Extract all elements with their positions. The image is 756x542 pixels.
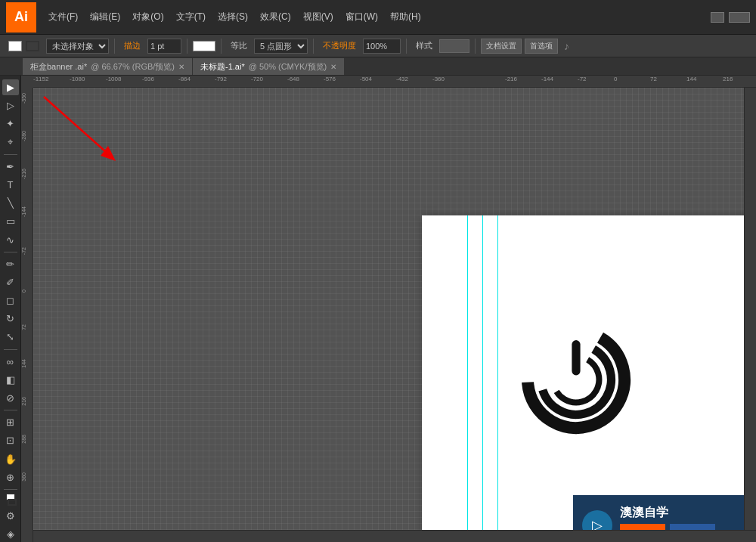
divider3: [221, 39, 222, 54]
fill-stroke-indicator: [5, 39, 43, 53]
menu-text[interactable]: 文字(T): [170, 8, 212, 26]
tool-sep3: [4, 349, 17, 350]
tool-zoom[interactable]: ⊕: [2, 469, 19, 485]
main-area: ▶ ▷ ✦ ⌖ ✒ T ╲ ▭ ∿ ✏ ✐ ◻ ↻ ⤡ ∞ ◧ ⊘ ⊞ ⊡ ✋ …: [0, 76, 756, 542]
svg-rect-5: [572, 340, 580, 375]
ruler-h-mark: -72: [578, 76, 587, 82]
tool-eyedropper[interactable]: ⊘: [2, 390, 19, 406]
style-label: 样式: [412, 39, 436, 53]
ruler-v-mark: 288: [21, 435, 26, 444]
tool-extra[interactable]: ◈: [2, 526, 19, 542]
menu-edit[interactable]: 编辑(E): [84, 8, 126, 26]
guide-line-2: [482, 215, 483, 542]
ruler-h-mark: -936: [142, 76, 154, 82]
ai-logo: Ai: [6, 2, 36, 33]
divider6: [475, 39, 476, 54]
ruler-h-mark: 0: [614, 76, 617, 82]
tab-close-0[interactable]: ✕: [178, 63, 184, 71]
ruler-h-mark: -648: [287, 76, 299, 82]
ruler-h-mark: -720: [251, 76, 263, 82]
tool-pencil[interactable]: ✐: [2, 274, 19, 290]
stroke-input[interactable]: [147, 39, 181, 54]
tab-close-1[interactable]: ✕: [330, 63, 336, 71]
menu-file[interactable]: 文件(F): [42, 8, 84, 26]
tool-sep2: [4, 252, 17, 252]
scrollbar-vertical[interactable]: [744, 88, 756, 530]
document-canvas: ▷ 澳澳自学 3ds课资讯 网贷资讯网: [422, 215, 754, 542]
tool-rect[interactable]: ▭: [2, 213, 19, 229]
tool-slice[interactable]: ⊡: [2, 432, 19, 448]
ruler-h-mark: -864: [178, 76, 191, 82]
tool-bezier[interactable]: ∿: [2, 231, 19, 247]
ruler-v-mark: 216: [21, 397, 26, 406]
tool-artboard[interactable]: ⊞: [2, 414, 19, 430]
tab-banner[interactable]: 柜盒banner .ai* @ 66.67% (RGB/预览) ✕: [23, 58, 193, 75]
tool-scale[interactable]: ⤡: [2, 329, 19, 345]
tool-blend[interactable]: ∞: [2, 354, 19, 370]
tool-direct-select[interactable]: ▷: [2, 98, 19, 113]
tool-brush[interactable]: ✏: [2, 256, 19, 272]
tool-hand[interactable]: ✋: [2, 451, 19, 466]
divider5: [406, 39, 407, 54]
tool-select[interactable]: ▶: [2, 79, 19, 95]
divider2: [187, 39, 187, 54]
menu-select[interactable]: 选择(S): [212, 8, 254, 26]
tool-lasso[interactable]: ⌖: [2, 135, 19, 150]
tool-magic-wand[interactable]: ✦: [2, 116, 19, 132]
opacity-label: 不透明度: [319, 39, 360, 53]
tool-options[interactable]: ⚙: [2, 508, 19, 524]
style-selector[interactable]: [439, 39, 469, 53]
doc-settings-btn[interactable]: 文档设置: [481, 39, 522, 54]
menu-view[interactable]: 视图(V): [297, 8, 339, 26]
tabs-bar: 柜盒banner .ai* @ 66.67% (RGB/预览) ✕ 未标题-1.…: [0, 57, 756, 76]
ratio-label: 等比: [227, 39, 251, 53]
stroke-tool[interactable]: [8, 499, 17, 506]
ruler-horizontal: -1152 -1080 -1008 -936 -864 -792 -720 -6…: [33, 76, 756, 88]
guide-line-1: [467, 215, 468, 542]
selection-dropdown[interactable]: 未选择对象: [46, 39, 109, 54]
tool-eraser[interactable]: ◻: [2, 293, 19, 308]
tab-untitled[interactable]: 未标题-1.ai* @ 50% (CMYK/预览) ✕: [193, 58, 345, 75]
ruler-h-mark: 72: [650, 76, 657, 82]
stroke-preview: [193, 41, 215, 51]
ruler-h-mark: -792: [215, 76, 227, 82]
ruler-h-mark: 216: [723, 76, 733, 82]
tool-pen[interactable]: ✒: [2, 159, 19, 175]
status-bar: [33, 530, 756, 542]
ruler-v-mark: -350: [21, 93, 26, 104]
ruler-h-mark: -216: [505, 76, 517, 82]
menu-object[interactable]: 对象(O): [126, 8, 169, 26]
ruler-h-mark: -144: [541, 76, 553, 82]
divider4: [313, 39, 314, 54]
menu-help[interactable]: 帮助(H): [384, 8, 427, 26]
left-toolbar: ▶ ▷ ✦ ⌖ ✒ T ╲ ▭ ∿ ✏ ✐ ◻ ↻ ⤡ ∞ ◧ ⊘ ⊞ ⊡ ✋ …: [0, 76, 21, 542]
menu-bar: Ai 文件(F) 编辑(E) 对象(O) 文字(T) 选择(S) 效果(C) 视…: [0, 0, 756, 35]
fill-box[interactable]: [8, 41, 22, 51]
speaker-icon: ♪: [564, 40, 569, 52]
menu-window[interactable]: 窗口(W): [339, 8, 384, 26]
tool-gradient[interactable]: ◧: [2, 372, 19, 388]
tool-rotate[interactable]: ↻: [2, 311, 19, 327]
tool-sep1: [4, 154, 17, 155]
ruler-v-mark: 360: [21, 472, 26, 482]
prefs-btn[interactable]: 首选项: [525, 39, 558, 54]
ruler-v-mark: 72: [21, 324, 26, 330]
canvas-area[interactable]: -1152 -1080 -1008 -936 -864 -792 -720 -6…: [21, 76, 756, 542]
stroke-box[interactable]: [26, 41, 39, 51]
svg-point-2: [516, 319, 637, 440]
ruler-vertical: -350 -280 -216 -144 -72 0 72 144 216 288…: [21, 88, 33, 542]
opacity-input[interactable]: [363, 39, 401, 54]
tool-line[interactable]: ╲: [2, 195, 19, 211]
divider1: [114, 39, 115, 54]
ruler-v-mark: -72: [21, 247, 26, 255]
ruler-v-mark: -216: [21, 169, 26, 179]
tool-text[interactable]: T: [2, 177, 19, 193]
ruler-v-mark: 0: [21, 290, 26, 293]
ruler-h-mark: -1008: [106, 76, 121, 82]
watermark-title: 澳澳自学: [620, 505, 715, 521]
ruler-h-mark: -1080: [70, 76, 85, 82]
shape-dropdown[interactable]: 5 点圆形: [254, 39, 308, 54]
ruler-h-mark: -432: [396, 76, 408, 82]
menu-effect[interactable]: 效果(C): [254, 8, 297, 26]
ruler-v-mark: -280: [21, 131, 26, 141]
